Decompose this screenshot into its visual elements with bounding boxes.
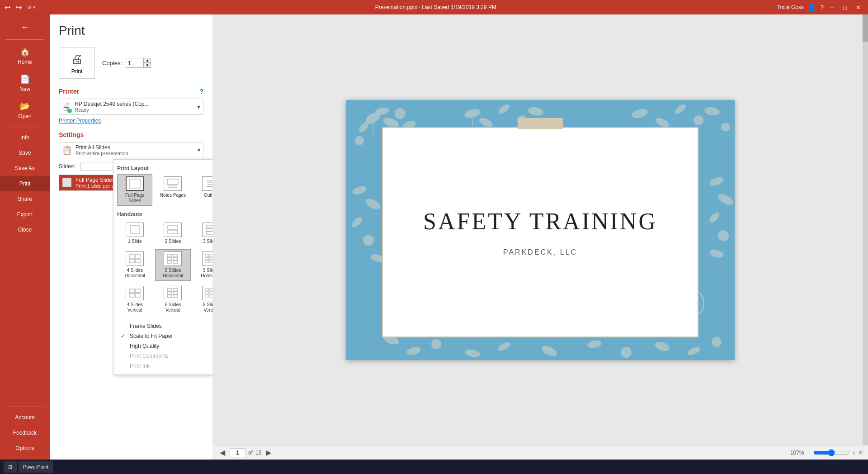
printer-status: Ready bbox=[75, 107, 193, 113]
popup-handouts-grid: 1 Slide 2 Slides bbox=[117, 220, 212, 315]
printer-help-icon[interactable]: ? bbox=[199, 88, 203, 95]
4v-label: 4 Slides Vertical bbox=[119, 302, 150, 313]
sidebar-item-save[interactable]: Save bbox=[0, 145, 50, 161]
sidebar-item-info[interactable]: Info bbox=[0, 130, 50, 145]
page-navigation: ◀ of 15 ▶ bbox=[218, 448, 273, 457]
2slides-icon bbox=[164, 223, 182, 237]
user-name: Tricia Goss bbox=[777, 4, 804, 10]
zoom-slider[interactable] bbox=[813, 449, 849, 456]
popup-4v[interactable]: 4 Slides Vertical bbox=[117, 284, 152, 315]
popup-scale-to-fit[interactable]: ✓ Scale to Fit Paper bbox=[117, 331, 212, 341]
sidebar-item-home[interactable]: 🏠 Home bbox=[0, 43, 50, 70]
svg-point-68 bbox=[704, 106, 721, 117]
svg-point-71 bbox=[364, 196, 382, 212]
sidebar-item-new[interactable]: 📄 New bbox=[0, 70, 50, 97]
help-icon[interactable]: ? bbox=[820, 4, 824, 11]
svg-point-79 bbox=[708, 248, 724, 259]
6h-label: 6 Slides Horizontal bbox=[157, 268, 188, 279]
taskbar-pptx[interactable]: PowerPoint bbox=[19, 461, 53, 473]
sidebar-item-label-home: Home bbox=[18, 59, 32, 65]
zoom-in-button[interactable]: + bbox=[852, 449, 856, 456]
popup-4h[interactable]: 4 Slides Horizontal bbox=[117, 249, 152, 281]
preview-bottom: ◀ of 15 ▶ 107% − + ⊡ bbox=[212, 445, 868, 460]
sidebar-item-print[interactable]: Print bbox=[0, 176, 50, 191]
frame-slides-label: Frame Slides bbox=[130, 323, 162, 329]
sidebar-item-feedback[interactable]: Feedback bbox=[0, 425, 50, 441]
svg-point-56 bbox=[395, 108, 406, 119]
slide-content-box: SAFETY TRAINING PARKDECK, LLC bbox=[382, 127, 698, 337]
preview-scrollbar[interactable] bbox=[863, 14, 868, 445]
svg-point-81 bbox=[406, 346, 421, 356]
top-bar-right: Tricia Goss 👤 ? ─ □ ✕ bbox=[777, 3, 863, 12]
minimize-button[interactable]: ─ bbox=[827, 3, 837, 12]
copies-input[interactable] bbox=[126, 58, 144, 68]
svg-rect-1 bbox=[167, 179, 178, 185]
popup-frame-slides[interactable]: Frame Slides bbox=[117, 321, 212, 331]
new-icon: 📄 bbox=[20, 74, 30, 84]
home-icon: 🏠 bbox=[20, 47, 30, 57]
popup-divider bbox=[117, 319, 212, 319]
popup-9v[interactable]: 9 Slides Vertical bbox=[193, 284, 212, 315]
popup-notes-pages[interactable]: Notes Pages bbox=[155, 174, 190, 206]
print-range-dropdown[interactable]: 📋 Print All Slides Print entire presenta… bbox=[59, 142, 203, 158]
svg-point-89 bbox=[686, 345, 701, 356]
slide-preview: SAFETY TRAINING PARKDECK, LLC bbox=[346, 100, 735, 360]
print-button[interactable]: 🖨 Print bbox=[59, 47, 95, 79]
prev-page-button[interactable]: ◀ bbox=[218, 448, 227, 457]
notes-pages-icon bbox=[164, 176, 182, 191]
sidebar-item-saveas[interactable]: Save As bbox=[0, 161, 50, 176]
scrollbar-thumb[interactable] bbox=[863, 14, 868, 42]
svg-point-83 bbox=[464, 348, 481, 358]
popup-6h[interactable]: 6 Slides Horizontal bbox=[155, 249, 190, 281]
printer-properties-link[interactable]: Printer Properties bbox=[59, 118, 203, 124]
next-page-button[interactable]: ▶ bbox=[264, 448, 273, 457]
sidebar-item-export[interactable]: Export bbox=[0, 207, 50, 222]
sidebar-item-options[interactable]: Options bbox=[0, 441, 50, 456]
maximize-button[interactable]: □ bbox=[840, 3, 849, 12]
1slide-icon bbox=[126, 223, 144, 237]
svg-point-78 bbox=[718, 230, 729, 241]
undo-icon[interactable]: ↩ bbox=[5, 3, 10, 12]
redo-icon[interactable]: ↪ bbox=[16, 3, 22, 12]
sidebar-item-open[interactable]: 📂 Open bbox=[0, 97, 50, 124]
2slides-label: 2 Slides bbox=[165, 239, 181, 244]
info-label: Info bbox=[20, 134, 29, 141]
printer-dropdown-button[interactable]: ▾ bbox=[197, 103, 200, 110]
svg-rect-44 bbox=[210, 289, 212, 291]
sidebar-item-account[interactable]: Account bbox=[0, 410, 50, 425]
popup-3slides[interactable]: 3 Slides bbox=[193, 220, 212, 246]
popup-high-quality[interactable]: High Quality bbox=[117, 341, 212, 351]
page-of-label: of bbox=[248, 450, 253, 456]
preview-area: SAFETY TRAINING PARKDECK, LLC ◀ of 15 ▶ … bbox=[212, 14, 868, 460]
copies-down-button[interactable]: ▼ bbox=[144, 63, 151, 68]
sidebar-item-close[interactable]: Close bbox=[0, 222, 50, 237]
outline-icon bbox=[202, 176, 212, 191]
popup-1slide[interactable]: 1 Slide bbox=[117, 220, 152, 246]
slide-tab bbox=[518, 118, 563, 129]
printer-select[interactable]: 🖨 HP Deskjet 2540 series (Cop... Ready ▾ bbox=[59, 99, 203, 115]
popup-9h[interactable]: 9 Slides Horizontal bbox=[193, 249, 212, 281]
outline-label: Outline bbox=[204, 193, 212, 198]
svg-rect-22 bbox=[167, 261, 172, 263]
fit-page-button[interactable]: ⊡ bbox=[859, 450, 863, 455]
1slide-label: 1 Slide bbox=[128, 239, 142, 244]
popup-outline[interactable]: Outline bbox=[193, 174, 212, 206]
preview-scroll[interactable]: SAFETY TRAINING PARKDECK, LLC bbox=[212, 14, 868, 445]
svg-point-90 bbox=[712, 337, 722, 347]
taskbar-start[interactable]: ⊞ bbox=[4, 461, 17, 473]
copies-up-button[interactable]: ▲ bbox=[144, 58, 151, 63]
zoom-out-button[interactable]: − bbox=[807, 449, 811, 456]
popup-6v[interactable]: 6 Slides Vertical bbox=[155, 284, 190, 315]
sidebar-item-share[interactable]: Share bbox=[0, 191, 50, 207]
popup-2slides[interactable]: 2 Slides bbox=[155, 220, 190, 246]
svg-point-75 bbox=[708, 175, 725, 187]
page-number-input[interactable] bbox=[230, 448, 245, 457]
scale-to-fit-check: ✓ bbox=[120, 333, 126, 339]
svg-rect-42 bbox=[173, 295, 178, 298]
sidebar-back-button[interactable]: ← bbox=[0, 18, 50, 37]
user-icon[interactable]: 👤 bbox=[807, 3, 816, 12]
svg-rect-35 bbox=[129, 294, 134, 297]
svg-point-58 bbox=[355, 136, 364, 145]
close-window-button[interactable]: ✕ bbox=[853, 3, 863, 12]
popup-full-page-slides[interactable]: Full Page Slides bbox=[117, 174, 152, 206]
